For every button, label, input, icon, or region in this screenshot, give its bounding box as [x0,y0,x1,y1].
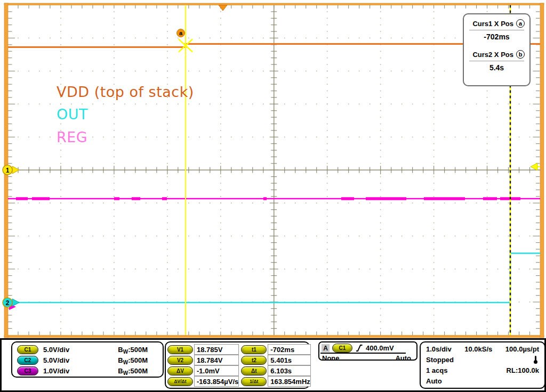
measurement-row: ΔV -1.0mV [167,365,239,376]
grid-dot [167,64,168,65]
grid-dot [114,275,115,276]
grid-dot [114,110,115,111]
ch2-marker-label: 2 [6,299,10,307]
grid-dot [39,137,40,138]
grid-dot [167,137,168,138]
grid-dot [348,38,349,39]
inv-delta-t-badge-button[interactable]: 1/Δt [241,377,267,386]
grid-dot [60,51,61,52]
grid-dot [50,137,51,138]
grid-dot [487,315,488,316]
t2-badge-button[interactable]: t2 [241,356,267,365]
grid-dot [199,202,200,203]
grid-dot [167,315,168,316]
grid-dot [433,321,435,322]
grid-dot [114,256,115,257]
grid-dot [380,77,381,78]
grid-dot [370,137,371,138]
grid-dot [455,268,456,270]
grid-dot [220,242,221,243]
v2-badge-button[interactable]: V2 [167,356,193,365]
grid-dot [433,77,435,78]
grid-dot [433,84,435,85]
grid-dot [327,288,328,289]
grid-dot [167,249,168,250]
grid-dot [220,223,221,224]
grid-dot [60,77,61,78]
grid-dot [327,216,328,217]
grid-dot [188,202,189,203]
grid-dot [231,235,232,236]
grid-dot [114,163,115,164]
dv-dt-badge-button[interactable]: ΔV/Δt [167,377,193,386]
grid-dot [39,71,40,72]
grid-dot [465,268,467,270]
delta-v-badge-button[interactable]: ΔV [167,366,193,375]
grid-dot [210,137,211,138]
grid-dot [263,268,264,270]
grid-dot [327,256,328,257]
grid-dot [391,235,392,236]
grid-dot [178,38,179,39]
grid-dot [391,104,392,105]
grid-dot [433,124,435,125]
grid-dot [103,104,104,105]
grid-dot [433,38,435,39]
grid-dot [156,38,157,39]
grid-dot [519,235,520,236]
grid-dot [92,268,93,270]
acquisition-count: 1 acqs [426,366,447,374]
grid-dot [188,268,189,270]
v1-badge-button[interactable]: V1 [167,345,193,354]
grid-dot [433,163,435,164]
ch2-bandwidth: BW:500M [118,356,148,364]
ch1-badge-button[interactable]: C1 [17,345,38,354]
grid-dot [380,137,381,138]
grid-dot [338,268,339,270]
grid-dot [380,58,381,59]
grid-dot [402,137,403,138]
grid-dot [167,58,168,59]
ch2-scale: 5.0V/div [43,356,69,364]
grid-dot [284,104,285,105]
grid-dot [433,282,435,283]
trigger-mode: Auto [395,354,411,362]
ch2-position-arrow-icon[interactable] [12,299,19,306]
grid-dot [380,51,381,52]
grid-dot [327,223,328,224]
grid-dot [114,130,115,131]
grid-dot [135,38,136,39]
trigger-position-icon[interactable] [219,5,227,11]
grid-dot [114,229,115,230]
trigger-level-arrow-icon[interactable] [531,163,537,170]
grid-dot [359,38,360,39]
grid-dot [60,38,61,39]
grid-dot [380,24,381,26]
grid-dot [487,282,488,283]
grid-dot [359,235,360,236]
grid-dot [444,235,445,236]
delta-v-value: -1.0mV [194,365,239,376]
grid-dot [327,117,328,118]
grid-dot [433,91,435,92]
grid-dot [71,71,72,72]
grid-dot [327,124,328,125]
grid-dot [263,137,264,138]
grid-dot [60,209,61,210]
grid-dot [178,104,179,105]
trigger-source-button[interactable]: C1 [332,344,352,353]
grid-dot [380,315,381,316]
t1-badge-button[interactable]: t1 [241,345,267,354]
ch3-badge-button[interactable]: C3 [17,366,38,375]
grid-dot [242,137,243,138]
grid-dot [487,256,488,257]
ch2-badge-button[interactable]: C2 [17,356,38,365]
grid-dot [433,249,435,250]
grid-dot [114,315,115,316]
grid-dot [114,18,115,19]
grid-dot [220,18,221,19]
grid-dot [306,235,307,236]
grid-dot [433,315,435,316]
grid-dot [71,104,72,105]
delta-t-badge-button[interactable]: Δt [241,366,267,375]
